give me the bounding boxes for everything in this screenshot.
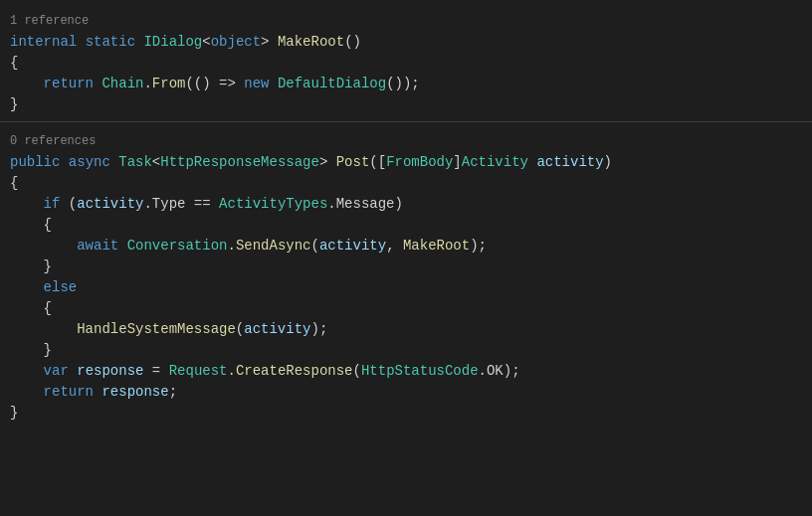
token: IDialog: [143, 32, 202, 53]
token: response: [102, 382, 168, 403]
token: (: [311, 236, 319, 257]
token: [10, 194, 44, 215]
token: return: [44, 382, 94, 403]
code-line: if (activity.Type == ActivityTypes.Messa…: [0, 194, 812, 215]
token: {: [10, 215, 52, 236]
code-line: var response = Request.CreateResponse(Ht…: [0, 361, 812, 382]
token: }: [10, 94, 18, 115]
token: var: [44, 361, 69, 382]
token: );: [310, 319, 327, 340]
token: [60, 152, 68, 173]
token: ,: [386, 236, 403, 257]
token: ): [604, 152, 612, 173]
token: async: [69, 152, 110, 173]
token: internal: [10, 32, 77, 53]
token: {: [10, 298, 52, 319]
token: MakeRoot: [278, 32, 344, 53]
code-line: {: [0, 173, 812, 194]
token: public: [10, 152, 60, 173]
code-line: {: [0, 298, 812, 319]
token: ActivityTypes: [219, 194, 327, 215]
token: activity: [319, 236, 386, 257]
token: HttpStatusCode: [361, 361, 479, 382]
code-line: }: [0, 94, 812, 115]
token: [94, 382, 102, 403]
token: await: [77, 236, 118, 257]
token: else: [44, 277, 78, 298]
token: (: [353, 361, 361, 382]
token: );: [470, 236, 487, 257]
token: activity: [244, 319, 310, 340]
token: SendAsync: [236, 236, 311, 257]
token: return: [44, 74, 94, 94]
token: <: [152, 152, 160, 173]
token: ());: [386, 74, 420, 94]
token: Chain: [102, 74, 143, 94]
token: CreateResponse: [236, 361, 353, 382]
token: (: [60, 194, 77, 215]
token: ]: [453, 152, 461, 173]
token: Conversation: [127, 236, 228, 257]
token: new: [244, 74, 269, 94]
code-line: return response;: [0, 382, 812, 403]
token: (: [236, 319, 244, 340]
code-line: HandleSystemMessage(activity);: [0, 319, 812, 340]
code-editor: 1 referenceinternal static IDialog<objec…: [0, 0, 812, 516]
token: ([: [369, 152, 386, 173]
token: activity: [77, 194, 143, 215]
ref-count-1: 0 references: [0, 128, 812, 152]
token: HandleSystemMessage: [77, 319, 236, 340]
token: ;: [169, 382, 177, 403]
token: =: [143, 361, 168, 382]
token: From: [152, 74, 186, 94]
code-line: await Conversation.SendAsync(activity, M…: [0, 236, 812, 257]
code-line: {: [0, 215, 812, 236]
code-line: {: [0, 53, 812, 74]
token: [270, 74, 278, 94]
token: [10, 277, 44, 298]
token: [110, 152, 118, 173]
token: DefaultDialog: [278, 74, 386, 94]
token: }: [10, 340, 52, 361]
token: .: [227, 361, 235, 382]
token: [135, 32, 143, 53]
token: response: [77, 361, 143, 382]
token: {: [10, 53, 18, 74]
token: HttpResponseMessage: [160, 152, 319, 173]
code-line: }: [0, 403, 812, 424]
token: [118, 236, 126, 257]
token: object: [211, 32, 261, 53]
token: [10, 319, 77, 340]
token: if: [44, 194, 61, 215]
code-line: internal static IDialog<object> MakeRoot…: [0, 32, 812, 53]
ref-count-0: 1 reference: [0, 8, 812, 32]
token: }: [10, 257, 52, 277]
token: [10, 74, 44, 94]
token: [10, 236, 77, 257]
code-line: return Chain.From(() => new DefaultDialo…: [0, 74, 812, 94]
token: MakeRoot: [403, 236, 470, 257]
token: Request: [169, 361, 228, 382]
token: [77, 32, 85, 53]
token: .Message): [327, 194, 403, 215]
code-line: else: [0, 277, 812, 298]
token: {: [10, 173, 18, 194]
token: (): [344, 32, 361, 53]
token: }: [10, 403, 18, 424]
token: [528, 152, 536, 173]
token: static: [86, 32, 135, 53]
token: Post: [336, 152, 370, 173]
token: [10, 361, 44, 382]
token: [10, 382, 44, 403]
token: .Type ==: [143, 194, 219, 215]
token: .: [227, 236, 235, 257]
token: Task: [118, 152, 152, 173]
code-line: }: [0, 340, 812, 361]
code-line: }: [0, 257, 812, 277]
token: activity: [536, 152, 603, 173]
token: Activity: [462, 152, 528, 173]
token: FromBody: [386, 152, 453, 173]
token: [94, 74, 102, 94]
token: [69, 361, 77, 382]
code-line: public async Task<HttpResponseMessage> P…: [0, 152, 812, 173]
